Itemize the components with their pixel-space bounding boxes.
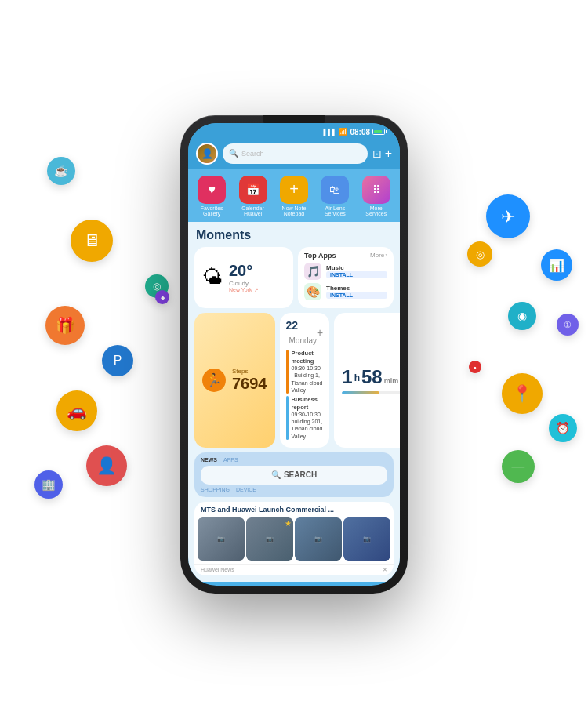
music-info: Music INSTALL: [326, 264, 387, 278]
temperature: 20°: [229, 262, 259, 280]
event-time-2: 09:30-10:30 building 201, Tianan cloud V…: [292, 411, 324, 439]
news-title: MTS and Huawei Launch Commercial ...: [194, 502, 394, 517]
event-title-1: Product meeting: [292, 350, 324, 365]
nownote-label: Now NoteNotepad: [282, 205, 307, 217]
themes-name: Themes: [326, 285, 387, 292]
more-label: MoreServices: [365, 205, 387, 217]
steps-count: 7694: [232, 375, 267, 393]
floating-icon-fi13: ●: [469, 361, 481, 373]
top-apps-header: Top Apps More ›: [304, 252, 387, 260]
music-install-btn[interactable]: INSTALL: [326, 271, 387, 278]
themes-app-row[interactable]: 🎨 Themes INSTALL: [304, 283, 387, 300]
timer-minutes: 58: [361, 366, 383, 388]
search-widget-bar[interactable]: 🔍 SEARCH: [201, 466, 387, 485]
news-img-1: 📷: [198, 517, 245, 561]
search-widget-label: SEARCH: [284, 470, 317, 479]
top-apps-title: Top Apps: [304, 252, 336, 260]
airlens-icon: 🛍: [321, 176, 349, 204]
news-source: Huawei News: [201, 567, 234, 573]
floating-icon-fi4: P: [102, 345, 133, 376]
avatar-image: 👤: [198, 144, 216, 163]
floating-icon-fi17: ◎: [467, 241, 492, 267]
top-apps-card[interactable]: Top Apps More › 🎵 Music: [298, 247, 394, 308]
cards-row-2: 🏃 Steps 7694 22 Monday +: [194, 313, 394, 448]
steps-label: Steps: [232, 368, 267, 375]
timer-card[interactable]: 1 h 58 mim: [334, 313, 400, 448]
cards-row-1: 🌤 20° Cloudy New York ↗ Top Apps More: [194, 247, 394, 308]
event-bar-2: [286, 396, 289, 440]
event-info-2: Business report 09:30-10:30 building 201…: [292, 396, 324, 440]
battery-icon: [372, 129, 387, 135]
app-calendar[interactable]: 📅 CalendarHuawei: [234, 176, 273, 217]
phone-body: ▌▌▌ 📶 08:08 👤 🔍 Search: [180, 115, 408, 594]
search-widget[interactable]: NEWS APPS 🔍 SEARCH SHOPPING DEVICE: [194, 452, 394, 497]
tab-apps[interactable]: APPS: [223, 457, 238, 463]
event-info-1: Product meeting 09:30-10:30 | Building 1…: [292, 350, 324, 394]
floating-icon-fi10: 📊: [541, 249, 572, 281]
search-widget-top-tabs: NEWS APPS: [201, 457, 387, 463]
calendar-icon: 📅: [239, 176, 267, 204]
moments-title: Moments: [194, 228, 394, 242]
calendar-date: 22: [286, 319, 299, 332]
event-bar-1: [286, 350, 289, 394]
scan-icon[interactable]: ⊡: [372, 147, 382, 160]
more-icon: ⠿: [362, 176, 390, 204]
floating-icon-fi11: ◉: [508, 302, 536, 330]
floating-icon-fi1: 🖥: [71, 220, 113, 262]
calendar-card[interactable]: 22 Monday + Product meeting 09:30-10:30 …: [280, 313, 330, 448]
app-airlens[interactable]: 🛍 Air LensServices: [315, 176, 354, 217]
news-footer: Huawei News ✕: [194, 564, 394, 575]
news-close-icon[interactable]: ✕: [383, 567, 387, 573]
search-actions: ⊡ +: [372, 147, 392, 161]
tab-shopping[interactable]: SHOPPING: [201, 487, 230, 492]
weather-icon: 🌤: [202, 265, 223, 289]
app-icons-row: ♥ FavoritesGallery 📅 CalendarHuawei + No…: [188, 169, 400, 222]
top-apps-more[interactable]: More ›: [370, 252, 387, 259]
floating-icon-fi15: ⏰: [549, 414, 577, 442]
search-icon: 🔍: [229, 149, 238, 158]
timer-progress-bar: [342, 391, 400, 394]
calendar-label: CalendarHuawei: [241, 205, 263, 217]
search-placeholder: Search: [241, 150, 264, 158]
music-name: Music: [326, 264, 387, 271]
main-content: Moments 🌤 20° Cloudy New York ↗ Top Ap: [188, 222, 400, 582]
music-app-row[interactable]: 🎵 Music INSTALL: [304, 263, 387, 280]
steps-icon: 🏃: [202, 369, 226, 392]
news-card[interactable]: MTS and Huawei Launch Commercial ... 📷 ★…: [194, 502, 394, 575]
more-chevron: ›: [385, 252, 387, 259]
status-bar: ▌▌▌ 📶 08:08: [188, 123, 400, 140]
calendar-day: Monday: [289, 336, 318, 345]
add-icon[interactable]: +: [385, 147, 392, 161]
app-favorites[interactable]: ♥ FavoritesGallery: [192, 176, 231, 217]
news-img-3: 📷: [295, 517, 342, 561]
calendar-add-icon[interactable]: +: [317, 326, 323, 339]
steps-info: Steps 7694: [232, 368, 267, 393]
wifi-indicator: 📶: [339, 128, 347, 136]
search-bar-row: 👤 🔍 Search ⊡ +: [188, 140, 400, 169]
phone-screen: ▌▌▌ 📶 08:08 👤 🔍 Search: [188, 123, 400, 586]
search-input[interactable]: 🔍 Search: [223, 143, 368, 164]
time-display: 08:08: [350, 128, 370, 136]
tab-news[interactable]: NEWS: [201, 457, 217, 463]
timer-content: 1 h 58 mim: [342, 366, 400, 394]
news-img-2: ★ 📷: [246, 517, 293, 561]
user-avatar[interactable]: 👤: [196, 143, 218, 165]
floating-icon-fi5: 🚗: [56, 390, 97, 431]
nownote-icon: +: [280, 176, 308, 204]
floating-icon-fi2: ☕: [47, 157, 75, 185]
app-more[interactable]: ⠿ MoreServices: [357, 176, 396, 217]
favorites-icon: ♥: [198, 176, 226, 204]
floating-icon-fi18: ◆: [155, 290, 169, 304]
app-nownote[interactable]: + Now NoteNotepad: [274, 176, 314, 217]
steps-card[interactable]: 🏃 Steps 7694: [194, 313, 275, 448]
airlens-label: Air LensServices: [325, 205, 346, 217]
more-label-text: More: [370, 252, 384, 259]
floating-icon-fi3: 🎁: [45, 306, 85, 345]
floating-icon-fi7: 🏢: [34, 470, 63, 499]
weather-desc: Cloudy: [229, 280, 259, 287]
search-widget-sub-tabs: SHOPPING DEVICE: [201, 487, 387, 492]
themes-install-btn[interactable]: INSTALL: [326, 292, 387, 299]
timer-fill: [342, 391, 379, 394]
weather-card[interactable]: 🌤 20° Cloudy New York ↗: [194, 247, 293, 308]
tab-device[interactable]: DEVICE: [236, 487, 256, 492]
